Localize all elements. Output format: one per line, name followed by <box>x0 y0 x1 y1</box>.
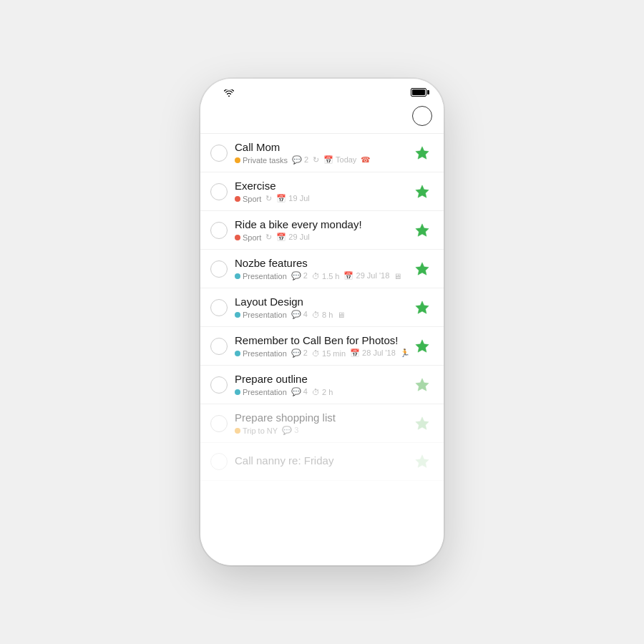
info-button[interactable] <box>412 106 432 126</box>
task-checkbox[interactable] <box>210 222 228 239</box>
tag: Presentation <box>235 311 287 319</box>
date-icon: 📅 19 Jul <box>276 194 309 203</box>
task-title: Exercise <box>235 180 411 192</box>
star-button[interactable] <box>411 374 434 396</box>
comment-icon: 💬 4 <box>291 310 308 319</box>
star-icon <box>414 338 430 354</box>
task-meta: Sport↻📅 19 Jul <box>235 194 411 203</box>
star-icon <box>414 300 430 316</box>
task-checkbox[interactable] <box>210 260 228 278</box>
task-meta: Presentation💬 2⏱ 15 min📅 28 Jul '18🏃 <box>235 348 411 358</box>
star-button[interactable] <box>411 219 434 242</box>
task-item[interactable]: Nozbe features Presentation💬 2⏱ 1.5 h📅 2… <box>200 250 444 288</box>
task-checkbox[interactable] <box>210 183 228 200</box>
task-item[interactable]: Layout Design Presentation💬 4⏱ 8 h🖥 <box>200 288 444 327</box>
time-icon: ⏱ 2 h <box>312 388 333 396</box>
task-item[interactable]: Call Mom Private tasks💬 2↻📅 Today☎ <box>200 134 444 172</box>
task-content: Exercise Sport↻📅 19 Jul <box>235 180 411 203</box>
task-content: Prepare outline Presentation💬 4⏱ 2 h <box>235 373 411 396</box>
star-button[interactable] <box>411 450 434 473</box>
tag: Sport <box>235 195 261 203</box>
task-list: Call Mom Private tasks💬 2↻📅 Today☎ Exerc… <box>200 134 444 551</box>
phone-bottom <box>200 551 444 565</box>
date-icon: 📅 29 Jul <box>276 233 309 242</box>
task-content: Remember to Call Ben for Photos! Present… <box>235 334 411 358</box>
task-title: Call Mom <box>235 141 411 153</box>
phone-icon: ☎ <box>361 155 371 165</box>
task-title: Remember to Call Ben for Photos! <box>235 334 411 346</box>
task-title: Ride a bike every monday! <box>235 218 411 230</box>
date-icon: 📅 Today <box>323 155 356 165</box>
star-icon <box>414 261 430 277</box>
star-icon <box>414 223 430 238</box>
task-checkbox[interactable] <box>210 453 228 470</box>
carrier-text: ︁ <box>218 87 234 97</box>
tag: Private tasks <box>235 156 288 165</box>
run-icon: 🏃 <box>400 348 410 358</box>
task-item[interactable]: Prepare outline Presentation💬 4⏱ 2 h <box>200 366 444 404</box>
task-item[interactable]: Prepare shopping list Trip to NY💬 3 <box>200 404 444 443</box>
comment-icon: 💬 2 <box>291 348 308 358</box>
task-content: Prepare shopping list Trip to NY💬 3 <box>235 411 411 435</box>
tag: Trip to NY <box>235 426 278 435</box>
tag: Presentation <box>235 272 287 280</box>
comment-icon: 💬 2 <box>292 155 308 165</box>
task-item[interactable]: Ride a bike every monday! Sport↻📅 29 Jul <box>200 211 444 250</box>
star-button[interactable] <box>411 142 434 165</box>
date-icon: 📅 29 Jul '18 <box>343 271 389 280</box>
task-checkbox[interactable] <box>210 415 228 432</box>
task-title: Prepare outline <box>235 373 411 385</box>
monitor-icon: 🖥 <box>337 311 345 319</box>
battery-indicator <box>411 88 426 97</box>
task-meta: Presentation💬 4⏱ 2 h <box>235 387 411 396</box>
task-title: Layout Design <box>235 296 411 308</box>
task-item[interactable]: Remember to Call Ben for Photos! Present… <box>200 327 444 366</box>
task-meta: Presentation💬 4⏱ 8 h🖥 <box>235 310 411 319</box>
task-checkbox[interactable] <box>210 145 228 162</box>
star-button[interactable] <box>411 180 434 203</box>
date-icon: 📅 28 Jul '18 <box>350 348 396 358</box>
comment-icon: 💬 2 <box>291 271 308 280</box>
repeat-icon: ↻ <box>265 233 272 242</box>
tag: Sport <box>235 233 261 242</box>
wifi-icon: ︁ <box>220 87 234 97</box>
task-item[interactable]: Call nanny re: Friday <box>200 443 444 481</box>
comment-icon: 💬 4 <box>291 387 308 396</box>
star-icon <box>414 454 430 469</box>
task-title: Prepare shopping list <box>235 411 411 424</box>
task-checkbox[interactable] <box>210 376 228 394</box>
task-title: Nozbe features <box>235 257 411 269</box>
comment-icon: 💬 3 <box>282 426 298 435</box>
star-button[interactable] <box>411 296 434 319</box>
task-meta: Sport↻📅 29 Jul <box>235 233 411 242</box>
repeat-icon: ↻ <box>313 155 319 165</box>
task-content: Ride a bike every monday! Sport↻📅 29 Jul <box>235 218 411 242</box>
monitor-icon: 🖥 <box>394 272 401 280</box>
nav-bar <box>200 100 444 134</box>
task-content: Call nanny re: Friday <box>235 454 411 469</box>
task-meta: Private tasks💬 2↻📅 Today☎ <box>235 155 411 165</box>
time-icon: ⏱ 15 min <box>312 349 346 358</box>
tag: Presentation <box>235 388 287 396</box>
task-checkbox[interactable] <box>210 299 228 316</box>
star-button[interactable] <box>411 412 434 435</box>
star-button[interactable] <box>411 335 434 358</box>
star-icon <box>414 377 430 393</box>
task-content: Call Mom Private tasks💬 2↻📅 Today☎ <box>235 141 411 165</box>
star-icon <box>414 416 430 431</box>
task-title: Call nanny re: Friday <box>235 454 411 467</box>
time-icon: ⏱ 1.5 h <box>312 272 340 280</box>
task-checkbox[interactable] <box>210 338 228 355</box>
time-icon: ⏱ 8 h <box>312 311 333 319</box>
status-bar: ︁ <box>200 79 444 100</box>
repeat-icon: ↻ <box>265 194 272 203</box>
tag: Presentation <box>235 349 287 358</box>
task-item[interactable]: Exercise Sport↻📅 19 Jul <box>200 172 444 211</box>
phone-frame: ︁ Call Mom Private <box>200 79 444 565</box>
task-meta: Trip to NY💬 3 <box>235 426 411 435</box>
star-button[interactable] <box>411 258 434 280</box>
task-content: Layout Design Presentation💬 4⏱ 8 h🖥 <box>235 296 411 319</box>
task-content: Nozbe features Presentation💬 2⏱ 1.5 h📅 2… <box>235 257 411 280</box>
star-icon <box>414 145 430 161</box>
star-icon <box>414 184 430 200</box>
